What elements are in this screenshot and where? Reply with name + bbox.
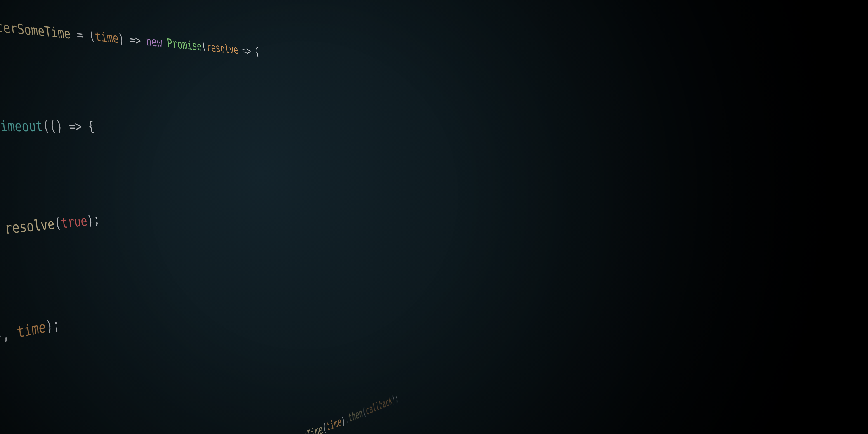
- code-content[interactable]: resolve(true);: [0, 179, 447, 249]
- code-line[interactable]: 5 }, time);: [0, 239, 456, 370]
- function-token: afterSomeTime: [268, 422, 323, 434]
- paren-token: ((): [41, 118, 70, 134]
- identifier-token: time: [326, 415, 342, 434]
- code-content[interactable]: setTimeout(() => {: [0, 113, 438, 140]
- identifier-token: callback: [365, 395, 393, 417]
- paren-token: );: [45, 315, 61, 335]
- class-token: Promise: [166, 36, 203, 53]
- paren-token: );: [391, 392, 399, 406]
- arrow-token: =>: [68, 118, 83, 134]
- param-token: time: [94, 29, 119, 46]
- arrow-token: =>: [123, 31, 147, 48]
- paren-token: );: [86, 212, 101, 229]
- boolean-token: true: [60, 213, 88, 231]
- code-content[interactable]: // Promise from setTimeout: [0, 0, 421, 17]
- brace-token: },: [0, 323, 18, 346]
- arrow-token: =>: [237, 43, 256, 58]
- code-line[interactable]: 2 const afterSomeTime = (time) => new Pr…: [0, 0, 429, 75]
- identifier-token: time: [16, 318, 47, 341]
- param-token: resolve: [206, 40, 239, 56]
- function-token: resolve: [4, 215, 55, 237]
- code-line[interactable]: 4 resolve(true);: [0, 179, 447, 254]
- code-content[interactable]: }, time);: [0, 239, 456, 361]
- method-token: then: [348, 406, 364, 425]
- screenshot-stage: 1 // Promise from setTimeout 2 const aft…: [0, 0, 868, 434]
- code-line[interactable]: 1 // Promise from setTimeout: [0, 0, 421, 17]
- code-line[interactable]: 3 setTimeout(() => {: [0, 112, 438, 141]
- function-token: setTimeout: [0, 117, 43, 135]
- code-editor[interactable]: 1 // Promise from setTimeout 2 const aft…: [0, 0, 564, 434]
- operator-token: =: [69, 26, 90, 43]
- brace-token: {: [81, 119, 95, 134]
- keyword-token: new: [145, 34, 163, 50]
- identifier-token: afterSomeTime: [0, 17, 71, 41]
- code-content[interactable]: const afterSomeTime = (time) => new Prom…: [0, 5, 429, 75]
